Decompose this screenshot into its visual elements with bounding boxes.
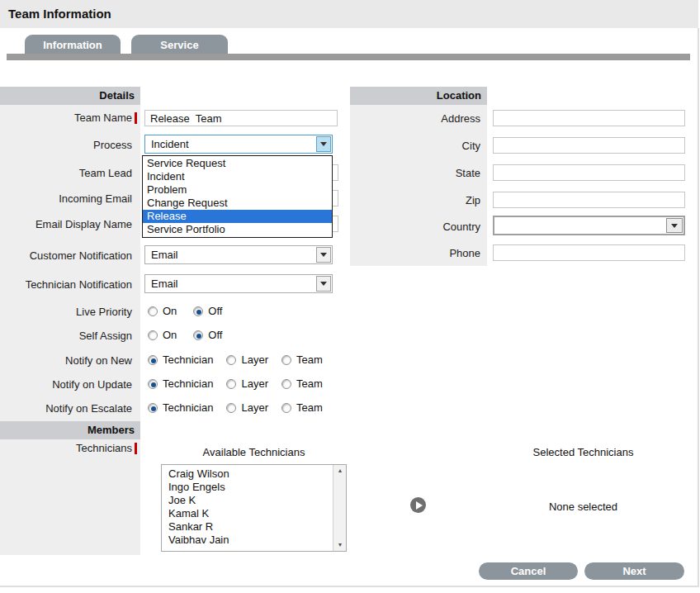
- radio-option[interactable]: Off: [193, 329, 222, 341]
- required-marker-icon: [135, 443, 137, 454]
- radio-option[interactable]: On: [148, 305, 177, 317]
- radio-icon[interactable]: [226, 379, 236, 389]
- page-bottom-border: [0, 586, 699, 587]
- zip-input[interactable]: [493, 192, 685, 208]
- process-dropdown-option[interactable]: Release: [143, 210, 332, 223]
- technician-notification-arrow-button[interactable]: [316, 276, 331, 292]
- chevron-down-icon: [320, 142, 327, 146]
- radio-option[interactable]: On: [148, 329, 177, 341]
- cancel-button[interactable]: Cancel: [479, 562, 578, 580]
- radio-icon[interactable]: [281, 355, 291, 365]
- customer-notification-arrow-button[interactable]: [316, 247, 331, 263]
- move-right-button[interactable]: [410, 497, 426, 513]
- available-technicians-heading: Available Technicians: [161, 446, 347, 458]
- radio-option[interactable]: Team: [281, 353, 323, 366]
- radio-icon[interactable]: [281, 379, 291, 389]
- radio-option[interactable]: Technician: [148, 353, 213, 366]
- live-priority-label: Live Priority: [0, 306, 132, 319]
- technician-notification-value: Email: [151, 278, 178, 290]
- state-input[interactable]: [493, 164, 685, 181]
- country-label: Country: [350, 221, 480, 234]
- technician-list-item[interactable]: Craig Wilson: [162, 467, 346, 481]
- details-header: Details: [0, 87, 140, 105]
- members-header: Members: [0, 421, 140, 439]
- customer-notification-label: Customer Notification: [0, 249, 132, 263]
- state-label: State: [350, 167, 480, 180]
- email-display-name-label: Email Display Name: [0, 218, 132, 231]
- address-input[interactable]: [493, 110, 685, 126]
- radio-option[interactable]: Layer: [226, 377, 268, 390]
- radio-option[interactable]: Team: [281, 401, 323, 414]
- radio-option[interactable]: Team: [281, 377, 323, 390]
- technician-list-item[interactable]: Vaibhav Jain: [162, 534, 346, 547]
- radio-icon[interactable]: [281, 403, 291, 413]
- radio-icon[interactable]: [193, 306, 203, 316]
- process-select-value: Incident: [151, 138, 189, 150]
- team-information-page: Team Information Information Service Det…: [0, 0, 700, 593]
- team-lead-label: Team Lead: [0, 167, 132, 180]
- notify-on-update-radio-group: Technician Layer Team: [148, 377, 336, 390]
- none-selected-text: None selected: [495, 500, 671, 513]
- country-select[interactable]: [493, 216, 685, 235]
- radio-icon[interactable]: [226, 355, 236, 365]
- address-label: Address: [350, 112, 480, 126]
- process-dropdown-option[interactable]: Service Request: [143, 157, 332, 170]
- process-select[interactable]: Incident: [144, 135, 333, 154]
- notify-on-new-radio-group: Technician Layer Team: [148, 353, 336, 366]
- chevron-down-icon: [320, 253, 327, 257]
- radio-icon[interactable]: [148, 355, 158, 365]
- scroll-up-icon[interactable]: ▲: [333, 465, 347, 477]
- scroll-down-icon[interactable]: ▼: [333, 539, 347, 551]
- radio-option[interactable]: Technician: [148, 377, 213, 390]
- customer-notification-value: Email: [151, 249, 178, 261]
- radio-icon[interactable]: [148, 379, 158, 389]
- technician-list-item[interactable]: Sankar R: [162, 520, 346, 534]
- process-dropdown-option[interactable]: Incident: [143, 170, 332, 183]
- listbox-scrollbar[interactable]: ▲ ▼: [333, 465, 346, 551]
- radio-option[interactable]: Off: [193, 305, 222, 317]
- self-assign-label: Self Assign: [0, 330, 132, 343]
- technician-list-item[interactable]: Joe K: [162, 494, 346, 507]
- selected-technicians-heading: Selected Technicians: [495, 446, 671, 458]
- page-right-border: [698, 28, 699, 586]
- team-name-input[interactable]: [144, 110, 338, 126]
- process-dropdown-option[interactable]: Problem: [143, 183, 332, 197]
- radio-option[interactable]: Layer: [226, 401, 268, 414]
- radio-option[interactable]: Layer: [226, 353, 268, 366]
- technician-list-item[interactable]: Kamal K: [162, 507, 346, 520]
- radio-icon[interactable]: [148, 403, 158, 413]
- tab-service[interactable]: Service: [131, 35, 228, 55]
- radio-option[interactable]: Technician: [148, 401, 213, 414]
- required-marker-icon: [135, 112, 137, 124]
- next-button[interactable]: Next: [584, 562, 684, 580]
- notify-on-update-label: Notify on Update: [0, 378, 132, 391]
- chevron-down-icon: [320, 282, 327, 286]
- technician-list-item[interactable]: Ingo Engels: [162, 481, 346, 494]
- radio-icon[interactable]: [148, 330, 158, 340]
- technicians-label: Technicians: [0, 442, 132, 455]
- location-header: Location: [350, 87, 487, 105]
- process-select-arrow-button[interactable]: [316, 136, 331, 152]
- notify-on-new-label: Notify on New: [0, 354, 132, 368]
- process-label: Process: [0, 139, 132, 152]
- tab-information[interactable]: Information: [25, 35, 121, 55]
- details-label-column: [0, 87, 140, 555]
- process-dropdown-option[interactable]: Change Request: [143, 197, 332, 210]
- process-dropdown-option[interactable]: Service Portfolio: [143, 223, 332, 236]
- city-label: City: [350, 140, 480, 153]
- available-technicians-listbox[interactable]: Craig Wilson Ingo Engels Joe K Kamal K S…: [161, 464, 347, 552]
- team-name-label: Team Name: [0, 111, 132, 125]
- radio-icon[interactable]: [226, 403, 236, 413]
- country-select-arrow-button[interactable]: [666, 218, 683, 233]
- customer-notification-select[interactable]: Email: [144, 245, 333, 264]
- chevron-down-icon: [671, 224, 678, 228]
- phone-input[interactable]: [493, 244, 685, 261]
- technician-notification-select[interactable]: Email: [144, 274, 333, 293]
- live-priority-radio-group: On Off: [148, 305, 239, 317]
- city-input[interactable]: [493, 137, 685, 154]
- radio-icon[interactable]: [193, 330, 203, 340]
- radio-icon[interactable]: [148, 306, 158, 316]
- incoming-email-label: Incoming Email: [0, 192, 132, 206]
- tab-underline-bar: [7, 54, 690, 60]
- self-assign-radio-group: On Off: [148, 329, 239, 341]
